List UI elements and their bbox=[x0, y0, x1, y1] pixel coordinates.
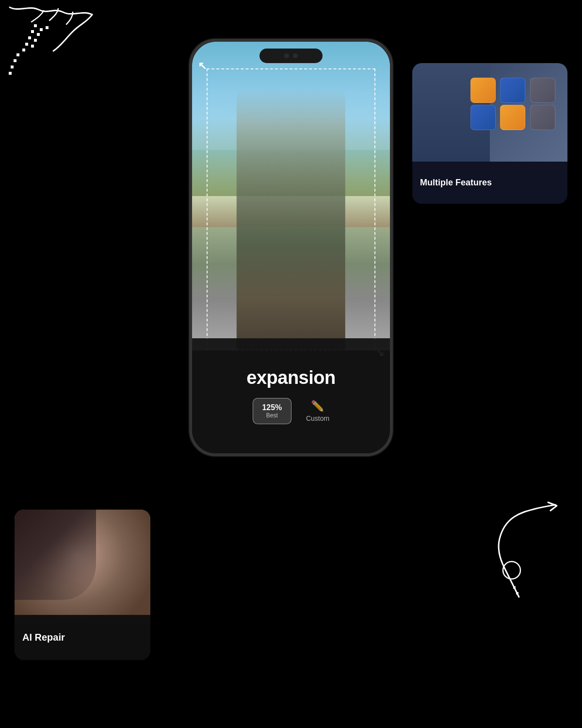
card-features-label-area: Multiple Features bbox=[412, 162, 567, 204]
feature-thumb-4 bbox=[470, 105, 496, 130]
svg-rect-10 bbox=[16, 53, 19, 56]
phone-frame: ↖ ↘ expansion 125% Best ✏️ Custom bbox=[189, 39, 393, 456]
notch-camera bbox=[293, 53, 298, 58]
card-multiple-features: Multiple Features bbox=[412, 63, 567, 204]
btn-125-label: Best bbox=[262, 412, 282, 419]
feature-thumb-3 bbox=[530, 78, 555, 103]
svg-rect-12 bbox=[11, 66, 14, 68]
card-ai-repair: AI Repair bbox=[15, 510, 150, 660]
main-photo-background bbox=[192, 42, 390, 350]
svg-rect-9 bbox=[22, 49, 25, 51]
svg-rect-6 bbox=[34, 39, 37, 42]
feature-thumb-6 bbox=[530, 105, 555, 130]
card-repair-image bbox=[15, 510, 150, 623]
svg-rect-3 bbox=[31, 30, 34, 33]
svg-rect-15 bbox=[516, 592, 518, 595]
svg-rect-1 bbox=[40, 28, 43, 31]
top-left-doodle bbox=[5, 5, 112, 107]
card-repair-title: AI Repair bbox=[22, 632, 65, 643]
svg-rect-5 bbox=[28, 36, 31, 39]
svg-rect-7 bbox=[25, 43, 28, 46]
feature-thumb-2 bbox=[500, 78, 525, 103]
svg-rect-2 bbox=[46, 26, 48, 29]
card-features-title: Multiple Features bbox=[420, 178, 492, 188]
svg-rect-8 bbox=[31, 45, 34, 48]
svg-rect-13 bbox=[9, 72, 12, 75]
svg-rect-4 bbox=[37, 33, 40, 36]
feature-thumb-1 bbox=[470, 78, 496, 103]
person-figure bbox=[237, 88, 345, 350]
notch-speaker bbox=[284, 53, 289, 58]
svg-rect-0 bbox=[34, 24, 37, 27]
repair-hair bbox=[15, 510, 96, 600]
phone-notch bbox=[259, 49, 323, 63]
phone-screen: ↖ ↘ expansion 125% Best ✏️ Custom bbox=[192, 42, 390, 453]
custom-edit-icon: ✏️ bbox=[311, 400, 324, 413]
card-repair-label-area: AI Repair bbox=[15, 615, 150, 660]
bottom-right-doodle bbox=[480, 500, 563, 607]
custom-label-text: Custom bbox=[306, 414, 329, 422]
bottom-buttons-group: 125% Best ✏️ Custom bbox=[253, 398, 329, 424]
svg-rect-16 bbox=[513, 586, 516, 589]
expansion-label: expansion bbox=[246, 367, 335, 388]
svg-rect-11 bbox=[14, 59, 16, 62]
feature-thumb-5 bbox=[500, 105, 525, 130]
btn-125-best[interactable]: 125% Best bbox=[253, 398, 291, 424]
btn-custom[interactable]: ✏️ Custom bbox=[306, 400, 329, 422]
phone-bottom-panel: expansion 125% Best ✏️ Custom bbox=[192, 338, 390, 453]
btn-125-percent: 125% bbox=[262, 403, 282, 412]
phone-mockup: ↖ ↘ expansion 125% Best ✏️ Custom bbox=[189, 39, 393, 456]
card-features-image bbox=[412, 63, 567, 162]
features-grid bbox=[470, 78, 558, 130]
